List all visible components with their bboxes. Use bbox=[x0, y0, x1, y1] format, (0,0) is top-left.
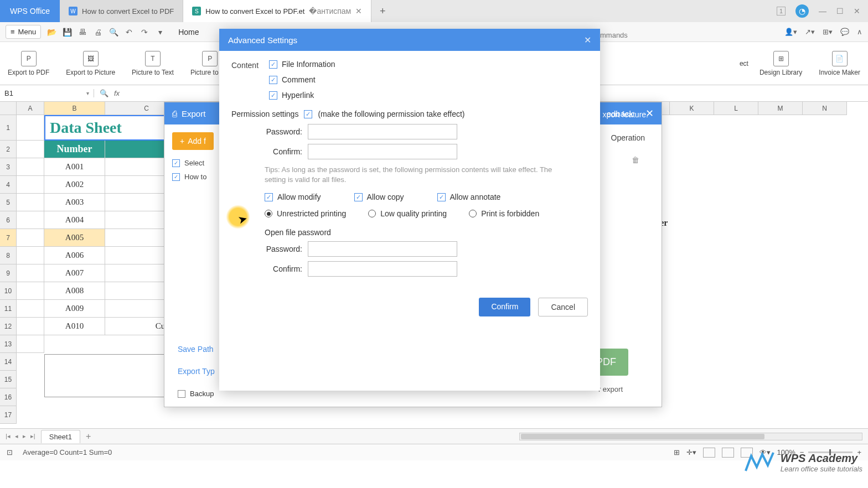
counter-icon[interactable]: 1 bbox=[777, 7, 786, 15]
modal-close-icon[interactable]: ✕ bbox=[584, 35, 591, 45]
cell-B7[interactable]: A005 bbox=[44, 229, 105, 247]
home-tab[interactable]: Home bbox=[178, 28, 199, 37]
cell-B9[interactable]: A007 bbox=[44, 264, 105, 282]
unrestricted-radio[interactable] bbox=[265, 210, 272, 217]
redo-icon[interactable]: ↷ bbox=[140, 27, 149, 37]
fx-label[interactable]: fx bbox=[114, 89, 120, 97]
cell-A4[interactable] bbox=[17, 176, 44, 194]
cell-A11[interactable] bbox=[17, 300, 44, 318]
row-header-2[interactable]: 2 bbox=[0, 141, 17, 158]
pin-icon[interactable]: �антиспам bbox=[309, 7, 351, 15]
freeze-icon[interactable]: ✛▾ bbox=[686, 448, 696, 456]
col-B[interactable]: B bbox=[44, 102, 105, 115]
menu-button[interactable]: ≡ Menu bbox=[6, 25, 41, 39]
sheet-prev-icon[interactable]: ◂ bbox=[15, 433, 18, 440]
permission-checkbox[interactable]: ✓ bbox=[304, 110, 312, 118]
save-as-icon[interactable]: 🖶 bbox=[78, 27, 87, 37]
cell-A13[interactable] bbox=[17, 335, 44, 353]
low-quality-radio[interactable] bbox=[368, 210, 376, 217]
row-header-17[interactable]: 17 bbox=[0, 406, 17, 424]
save-path-link[interactable]: Save Path bbox=[178, 345, 214, 354]
cell-A12[interactable] bbox=[17, 318, 44, 335]
cell-A6[interactable] bbox=[17, 211, 44, 229]
permission-confirm-input[interactable] bbox=[308, 144, 457, 159]
cell-A9[interactable] bbox=[17, 264, 44, 282]
undo-icon[interactable]: ↶ bbox=[124, 27, 134, 37]
sheet1-tab[interactable]: Sheet1 bbox=[41, 430, 80, 443]
select-all-checkbox[interactable]: ✓ bbox=[172, 159, 180, 167]
row-header-7[interactable]: 7 bbox=[0, 229, 17, 247]
sheet-next-icon[interactable]: ▸ bbox=[23, 433, 26, 440]
cell-mode-icon[interactable]: ⊞ bbox=[674, 448, 680, 456]
col-L[interactable]: L bbox=[714, 102, 758, 115]
allow-modify-checkbox[interactable]: ✓ bbox=[265, 193, 273, 201]
export-picture-button[interactable]: 🖼Export to Picture bbox=[66, 51, 115, 76]
export-type-link[interactable]: Export Typ bbox=[178, 367, 215, 376]
file-info-checkbox[interactable]: ✓ bbox=[269, 60, 277, 69]
name-box[interactable]: B1 ▾ bbox=[0, 89, 94, 97]
status-indicator-icon[interactable]: ⊡ bbox=[7, 448, 13, 456]
row-header-15[interactable]: 15 bbox=[0, 371, 17, 388]
row-header-10[interactable]: 10 bbox=[0, 282, 17, 300]
normal-view-icon[interactable] bbox=[703, 448, 715, 458]
allow-annotate-checkbox[interactable]: ✓ bbox=[437, 193, 446, 201]
forbidden-radio[interactable] bbox=[469, 210, 477, 217]
cell-B11[interactable]: A009 bbox=[44, 300, 105, 318]
row-header-9[interactable]: 9 bbox=[0, 264, 17, 282]
row-header-8[interactable]: 8 bbox=[0, 247, 17, 264]
ect-button[interactable]: ect bbox=[740, 60, 748, 68]
cell-B6[interactable]: A004 bbox=[44, 211, 105, 229]
cell-B10[interactable]: A008 bbox=[44, 282, 105, 300]
col-M[interactable]: M bbox=[758, 102, 803, 115]
maximize-icon[interactable]: ☐ bbox=[836, 7, 844, 15]
delete-icon[interactable]: 🗑 bbox=[632, 155, 639, 164]
page-layout-icon[interactable] bbox=[722, 448, 734, 458]
select-all-corner[interactable] bbox=[0, 102, 17, 115]
row-header-14[interactable]: 14 bbox=[0, 353, 17, 371]
row-header-11[interactable]: 11 bbox=[0, 300, 17, 318]
cell-A5[interactable] bbox=[17, 194, 44, 211]
row-header-12[interactable]: 12 bbox=[0, 318, 17, 335]
user-avatar-icon[interactable]: ◔ bbox=[795, 4, 809, 18]
row-header-4[interactable]: 4 bbox=[0, 176, 17, 194]
cell-A7[interactable] bbox=[17, 229, 44, 247]
zoom-fx-icon[interactable]: 🔍 bbox=[100, 89, 108, 97]
col-N[interactable]: N bbox=[803, 102, 847, 115]
allow-copy-checkbox[interactable]: ✓ bbox=[354, 193, 363, 201]
sheet-first-icon[interactable]: |◂ bbox=[6, 433, 11, 440]
open-password-input[interactable] bbox=[308, 241, 457, 257]
layout-icon[interactable]: ⊞▾ bbox=[823, 28, 833, 36]
cancel-button[interactable]: Cancel bbox=[538, 298, 588, 316]
col-A[interactable]: A bbox=[17, 102, 44, 115]
hyperlink-checkbox[interactable]: ✓ bbox=[269, 91, 277, 100]
doc-tab-2[interactable]: S How to convert Excel to PDF.et �антисп… bbox=[183, 0, 371, 22]
row-header-16[interactable]: 16 bbox=[0, 388, 17, 406]
sheet-last-icon[interactable]: ▸| bbox=[30, 433, 35, 440]
backup-checkbox[interactable] bbox=[178, 390, 185, 398]
file-checkbox[interactable]: ✓ bbox=[172, 173, 180, 181]
row-header-3[interactable]: 3 bbox=[0, 158, 17, 176]
user2-icon[interactable]: 👤▾ bbox=[784, 28, 797, 36]
cell-A8[interactable] bbox=[17, 247, 44, 264]
cell-A1[interactable] bbox=[17, 115, 44, 141]
cell-B2[interactable]: Number bbox=[44, 141, 105, 158]
cell-B3[interactable]: A001 bbox=[44, 158, 105, 176]
cell-B8[interactable]: A006 bbox=[44, 247, 105, 264]
share-icon[interactable]: ↗▾ bbox=[805, 28, 815, 36]
open-confirm-input[interactable] bbox=[308, 261, 457, 277]
new-tab-button[interactable]: + bbox=[371, 0, 394, 22]
design-library-button[interactable]: ⊞Design Library bbox=[760, 51, 802, 76]
confirm-button[interactable]: Confirm bbox=[479, 298, 530, 316]
cell-A3[interactable] bbox=[17, 158, 44, 176]
chat-icon[interactable]: 💬 bbox=[840, 28, 849, 36]
cell-B12[interactable]: A010 bbox=[44, 318, 105, 335]
dropdown-icon[interactable]: ▾ bbox=[155, 27, 165, 37]
cell-B4[interactable]: A002 bbox=[44, 176, 105, 194]
close-tab-icon[interactable]: ✕ bbox=[355, 7, 362, 15]
row-header-6[interactable]: 6 bbox=[0, 211, 17, 229]
comment-checkbox[interactable]: ✓ bbox=[269, 76, 277, 84]
collapse-icon[interactable]: ∧ bbox=[857, 28, 862, 36]
row-header-13[interactable]: 13 bbox=[0, 335, 17, 353]
invoice-maker-button[interactable]: 📄Invoice Maker bbox=[819, 51, 860, 76]
preview-icon[interactable]: 🔍 bbox=[108, 27, 118, 37]
